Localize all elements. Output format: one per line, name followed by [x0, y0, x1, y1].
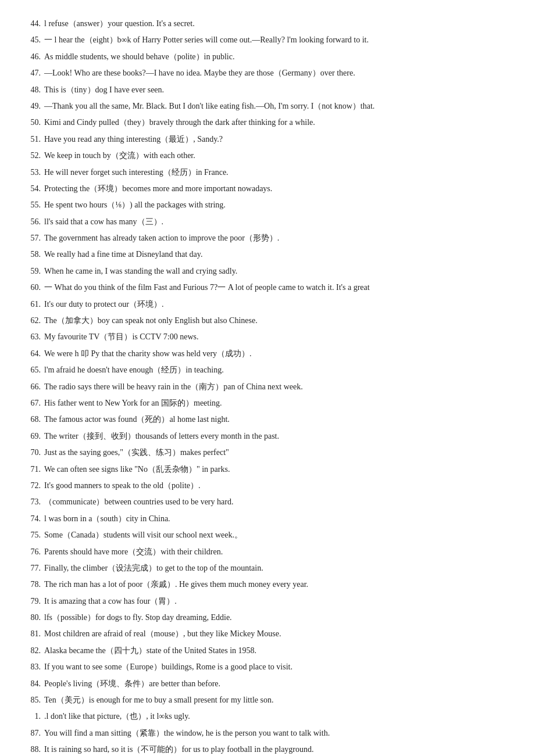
sentence-item: 62.The（加拿大）boy can speak not only Englis…: [23, 314, 512, 327]
sentence-number: 75.: [23, 529, 44, 542]
sentence-number: 82.: [23, 644, 44, 657]
sentence-number: 50.: [23, 116, 44, 129]
sentence-text: —Look! Who are these books?—I have no id…: [44, 67, 512, 80]
sentence-text: His father went to New York for an 国际的）m…: [44, 397, 512, 410]
sentence-text: Finally, the climber（设法完成）to get to the …: [44, 562, 512, 575]
sentence-text: It's good manners to speak to the old（po…: [44, 479, 512, 492]
sentence-text: l'm afraid he doesn't have enough（经历）in …: [44, 364, 512, 377]
sentence-item: 1..l don't like that picture,（也）, it l∞k…: [23, 710, 512, 723]
sentence-item: 58.We really had a fine time at Disneyla…: [23, 248, 512, 261]
sentence-number: 59.: [23, 265, 44, 278]
sentence-item: 75.Some（Canada）students will visit our s…: [23, 529, 512, 542]
sentence-number: 80.: [23, 611, 44, 624]
sentence-number: 81.: [23, 628, 44, 640]
sentence-item: 64.We were h 叩 Py that the charity show …: [23, 347, 512, 360]
sentence-text: l refuse（answer）your question. It's a se…: [44, 17, 512, 30]
sentence-text: It is amazing that a cow has four（胃）.: [44, 595, 512, 608]
sentence-text: Ten（美元）is enough for me to buy a small p…: [44, 694, 512, 707]
sentence-number: 88.: [23, 743, 44, 756]
sentence-text: My favourite TV（节目）is CCTV 7:00 news.: [44, 331, 512, 343]
sentence-item: 60.一 What do you think of the film Fast …: [23, 281, 512, 294]
sentence-text: l was born in a（south）city in China.: [44, 513, 512, 525]
sentence-number: 73.: [23, 496, 44, 508]
sentence-item: 53.He will never forget such interesting…: [23, 166, 512, 179]
sentence-item: 79.It is amazing that a cow has four（胃）.: [23, 595, 512, 608]
sentence-text: The writer（接到、收到）thousands of letters ev…: [44, 430, 512, 443]
sentence-item: 85.Ten（美元）is enough for me to buy a smal…: [23, 694, 512, 707]
sentence-number: 77.: [23, 562, 44, 575]
sentence-text: 一 l hear the（eight）b∞k of Harry Potter s…: [44, 34, 512, 46]
sentence-item: 50.Kimi and Cindy pulled（they）bravely th…: [23, 116, 512, 129]
sentence-item: 73.（communicate）between countries used t…: [23, 496, 512, 508]
sentence-number: 83.: [23, 661, 44, 673]
sentence-text: He spent two hours（⅛）) all the packages …: [44, 199, 512, 212]
sentence-text: （communicate）between countries used to b…: [44, 496, 512, 508]
sentence-item: 52.We keep in touch by（交流）with each othe…: [23, 149, 512, 162]
sentence-text: It's our duty to protect our（环境）.: [44, 298, 512, 311]
sentence-item: 55.He spent two hours（⅛）) all the packag…: [23, 199, 512, 212]
sentence-number: 63.: [23, 331, 44, 343]
sentence-text: The（加拿大）boy can speak not only English b…: [44, 314, 512, 327]
sentence-text: If you want to see some（Europe）buildings…: [44, 661, 512, 673]
sentence-text: He will never forget such interesting（经历…: [44, 166, 512, 179]
sentence-item: 65.l'm afraid he doesn't have enough（经历）…: [23, 364, 512, 377]
sentence-text: Kimi and Cindy pulled（they）bravely throu…: [44, 116, 512, 129]
sentence-item: 59.When he came in, I was standing the w…: [23, 265, 512, 278]
sentence-item: 87.You will find a man sitting（紧靠）the wi…: [23, 727, 512, 740]
sentence-text: People's living（环境、条件）are better than be…: [44, 678, 512, 690]
sentence-item: 48.This is（tiny）dog I have ever seen.: [23, 84, 512, 96]
sentence-text: .l don't like that picture,（也）, it l∞ks …: [44, 710, 512, 723]
sentence-text: The famous actor was found（死的）al home la…: [44, 413, 512, 426]
sentence-number: 61.: [23, 298, 44, 311]
sentence-number: 68.: [23, 413, 44, 426]
sentence-text: Protecting the（环境）becomes more and more …: [44, 182, 512, 195]
sentence-number: 85.: [23, 694, 44, 707]
sentence-item: 68.The famous actor was found（死的）al home…: [23, 413, 512, 426]
sentence-number: 71.: [23, 463, 44, 476]
sentence-text: lfs（possible）for dogs to fly. Stop day d…: [44, 611, 512, 624]
sentence-item: 69.The writer（接到、收到）thousands of letters…: [23, 430, 512, 443]
sentence-number: 72.: [23, 479, 44, 492]
sentence-text: Parents should have more（交流）with their c…: [44, 546, 512, 558]
sentence-text: 一 What do you think of the film Fast and…: [44, 281, 512, 294]
sentence-number: 48.: [23, 84, 44, 96]
sentence-item: 54.Protecting the（环境）becomes more and mo…: [23, 182, 512, 195]
sentence-text: We really had a fine time at Disneyland …: [44, 248, 512, 261]
sentence-item: 83.If you want to see some（Europe）buildi…: [23, 661, 512, 673]
sentence-item: 49.—Thank you all the same, Mr. Black. B…: [23, 100, 512, 113]
sentence-number: 52.: [23, 149, 44, 162]
sentence-item: 81.Most children are afraid of real（mous…: [23, 628, 512, 640]
sentence-number: 45.: [23, 34, 44, 46]
sentence-number: 74.: [23, 513, 44, 525]
sentence-number: 51.: [23, 133, 44, 146]
sentence-item: 76.Parents should have more（交流）with thei…: [23, 546, 512, 558]
sentence-number: 49.: [23, 100, 44, 113]
sentence-item: 74.l was born in a（south）city in China.: [23, 513, 512, 525]
sentence-number: 58.: [23, 248, 44, 261]
main-content: 44.l refuse（answer）your question. It's a…: [23, 17, 512, 756]
sentence-item: 84.People's living（环境、条件）are better than…: [23, 678, 512, 690]
sentence-number: 60.: [23, 281, 44, 294]
sentence-number: 62.: [23, 314, 44, 327]
sentence-number: 64.: [23, 347, 44, 360]
sentence-text: This is（tiny）dog I have ever seen.: [44, 84, 512, 96]
sentence-item: 47.—Look! Who are these books?—I have no…: [23, 67, 512, 80]
sentence-item: 71.We can often see signs like "No（乱丢杂物）…: [23, 463, 512, 476]
sentence-item: 61.It's our duty to protect our（环境）.: [23, 298, 512, 311]
sentence-number: 87.: [23, 727, 44, 740]
sentence-number: 55.: [23, 199, 44, 212]
sentence-number: 79.: [23, 595, 44, 608]
sentence-item: 78.The rich man has a lot of poor（亲戚）. H…: [23, 578, 512, 591]
sentence-number: 46.: [23, 51, 44, 63]
sentence-item: 63.My favourite TV（节目）is CCTV 7:00 news.: [23, 331, 512, 343]
sentence-item: 77.Finally, the climber（设法完成）to get to t…: [23, 562, 512, 575]
sentence-number: 65.: [23, 364, 44, 377]
sentence-text: Some（Canada）students will visit our scho…: [44, 529, 512, 542]
sentence-text: You will find a man sitting（紧靠）the windo…: [44, 727, 512, 740]
sentence-text: Most children are afraid of real（mouse）,…: [44, 628, 512, 640]
sentence-number: 69.: [23, 430, 44, 443]
sentence-number: 84.: [23, 678, 44, 690]
sentence-text: Alaska became the（四十九）state of the Unite…: [44, 644, 512, 657]
sentence-item: 66.The radio says there will be heavy ra…: [23, 381, 512, 393]
sentence-number: 76.: [23, 546, 44, 558]
